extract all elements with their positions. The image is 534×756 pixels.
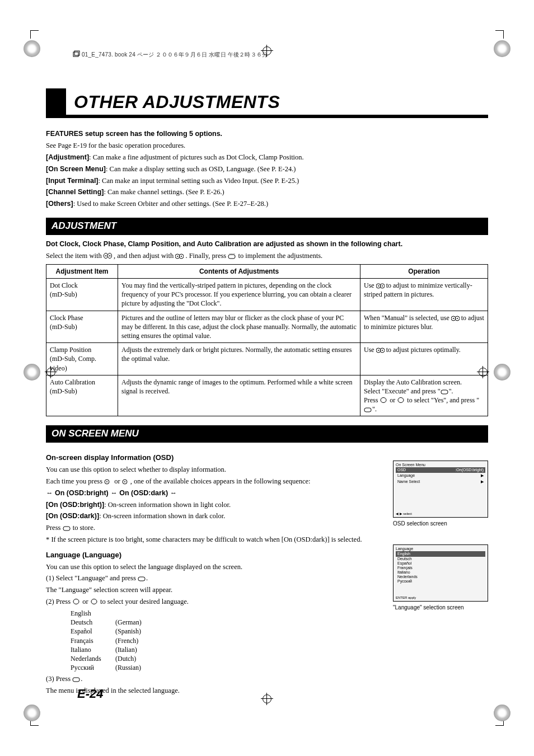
col-header: Adjustment Item <box>46 264 118 278</box>
registration-dot <box>494 705 510 721</box>
print-meta-header: 01_E_7473. book 24 ページ ２００６年９月６日 水曜日 午後２… <box>73 50 268 59</box>
osd-store: Press to store. <box>46 523 382 533</box>
table-row: Clamp Position (mD-Sub, Comp. video) Adj… <box>46 343 488 375</box>
osd-option: [On (OSD:bright)]: On-screen information… <box>46 500 382 510</box>
enter-button-icon <box>138 576 146 581</box>
section-adjustment: ADJUSTMENT <box>46 218 488 235</box>
registration-cross <box>261 693 273 705</box>
feature-item: [Channel Setting]: Can make channel sett… <box>46 187 488 197</box>
features-sub: See Page E-19 for the basic operation pr… <box>46 141 488 151</box>
osd-caption: OSD selection screen <box>393 520 488 528</box>
svg-point-6 <box>177 256 178 257</box>
svg-rect-34 <box>73 678 79 682</box>
adjustment-table: Adjustment Item Contents of Adjustments … <box>46 264 488 417</box>
col-header: Contents of Adjustments <box>118 264 360 278</box>
registration-dot <box>24 40 40 57</box>
registration-cross <box>477 366 489 378</box>
svg-point-7 <box>181 256 182 257</box>
up-down-circle-icon <box>175 253 184 259</box>
language-selection-screen: Language English Deutsch Español Françai… <box>393 544 488 602</box>
enter-button-icon <box>364 407 372 412</box>
table-row: Clock Phase (mD-Sub) Pictures and the ou… <box>46 311 488 343</box>
table-header-row: Adjustment Item Contents of Adjustments … <box>46 264 488 278</box>
svg-point-17 <box>457 318 458 319</box>
osd-sequence: ↔ On (OSD:bright) ↔ On (OSD:dark) ↔ <box>46 489 382 498</box>
right-ellipse-icon <box>397 397 405 403</box>
enter-button-icon: ENTER <box>228 253 236 259</box>
down-circle-icon <box>122 479 130 485</box>
enter-button-icon <box>441 389 449 395</box>
osd-box-footer: ◀ ▶ select <box>396 512 412 516</box>
svg-point-13 <box>382 285 383 287</box>
svg-rect-8 <box>228 255 235 259</box>
svg-point-23 <box>381 398 386 403</box>
left-ellipse-icon <box>380 397 388 403</box>
registration-dot <box>494 364 510 381</box>
up-circle-icon <box>104 479 113 485</box>
right-ellipse-icon <box>90 599 99 604</box>
osd-para: Each time you press or , one of the avai… <box>46 477 382 486</box>
svg-rect-1 <box>74 51 79 55</box>
language-caption: "Language" selection screen <box>393 604 488 612</box>
svg-point-24 <box>398 398 404 403</box>
svg-point-16 <box>453 318 454 319</box>
language-list: English Deutsch(German) Español(Spanish)… <box>71 609 382 672</box>
left-ellipse-icon <box>72 599 81 604</box>
features-heading: FEATURES setup screen has the following … <box>46 129 488 139</box>
osd-note: * If the screen picture is too bright, s… <box>46 535 382 544</box>
osd-selection-screen: On Screen Menu OSD:On(OSD:bright) Langua… <box>393 461 488 518</box>
feature-item: [Input Terminal]: Can make an input term… <box>46 176 488 186</box>
language-heading: Language (Language) <box>46 550 382 560</box>
svg-rect-22 <box>441 390 448 394</box>
section-on-screen-menu: ON SCREEN MENU <box>46 425 488 443</box>
lang-step: (3) Press . <box>46 674 382 684</box>
svg-rect-31 <box>138 577 145 581</box>
crop-mark <box>30 30 39 39</box>
osd-box-title: On Screen Menu <box>396 463 485 467</box>
col-header: Operation <box>360 264 488 278</box>
registration-dot <box>494 40 510 57</box>
page-title-block: OTHER ADJUSTMENTS <box>46 88 488 118</box>
svg-point-33 <box>91 599 97 604</box>
up-down-circle-icon <box>376 348 385 353</box>
up-down-circle-icon <box>451 316 460 321</box>
osd-option: [On (OSD:dark)]: On-screen information s… <box>46 511 382 521</box>
svg-point-32 <box>73 599 79 604</box>
svg-text:ENTER: ENTER <box>229 253 235 255</box>
feature-item: [Others]: Used to make Screen Orbiter an… <box>46 199 488 209</box>
enter-button-icon <box>72 677 81 682</box>
registration-dot <box>24 364 40 381</box>
svg-rect-30 <box>63 527 70 530</box>
table-row: Dot Clock (mD-Sub) You may find the vert… <box>46 279 488 311</box>
page-title: OTHER ADJUSTMENTS <box>74 88 280 115</box>
svg-point-27 <box>106 481 107 482</box>
enter-button-icon <box>63 525 71 531</box>
osd-heading: On-screen display Information (OSD) <box>46 453 382 463</box>
page-number: E-24 <box>77 687 103 701</box>
adjustment-intro-bold: Dot Clock, Clock Phase, Clamp Position, … <box>46 240 488 249</box>
svg-rect-25 <box>364 408 371 412</box>
up-down-circle-icon <box>376 283 385 289</box>
feature-item: [Adjustment]: Can make a fine adjustment… <box>46 153 488 162</box>
svg-point-29 <box>124 481 125 482</box>
osd-box-footer: ENTER apply <box>396 596 416 600</box>
lang-step: (2) Press or to select your desired lang… <box>46 597 382 607</box>
svg-point-20 <box>378 350 379 351</box>
osd-box-title: Language <box>396 547 485 551</box>
registration-dot <box>24 705 40 721</box>
registration-cross <box>45 366 57 378</box>
lang-step: (1) Select "Language" and press . <box>46 574 382 583</box>
osd-para: You can use this option to select whethe… <box>46 465 382 475</box>
lang-substep: The "Language" selection screen will app… <box>46 585 382 595</box>
svg-point-21 <box>382 350 383 351</box>
table-row: Auto Calibration (mD-Sub) Adjusts the dy… <box>46 375 488 416</box>
svg-rect-0 <box>73 52 78 57</box>
lang-para: You can use this option to select the la… <box>46 562 382 572</box>
feature-item: [On Screen Menu]: Can make a display set… <box>46 165 488 174</box>
adjustment-intro: Select the item with , and then adjust w… <box>46 251 488 261</box>
crop-mark <box>495 30 504 39</box>
svg-point-12 <box>378 285 379 287</box>
left-right-ellipse-icon <box>104 253 112 259</box>
